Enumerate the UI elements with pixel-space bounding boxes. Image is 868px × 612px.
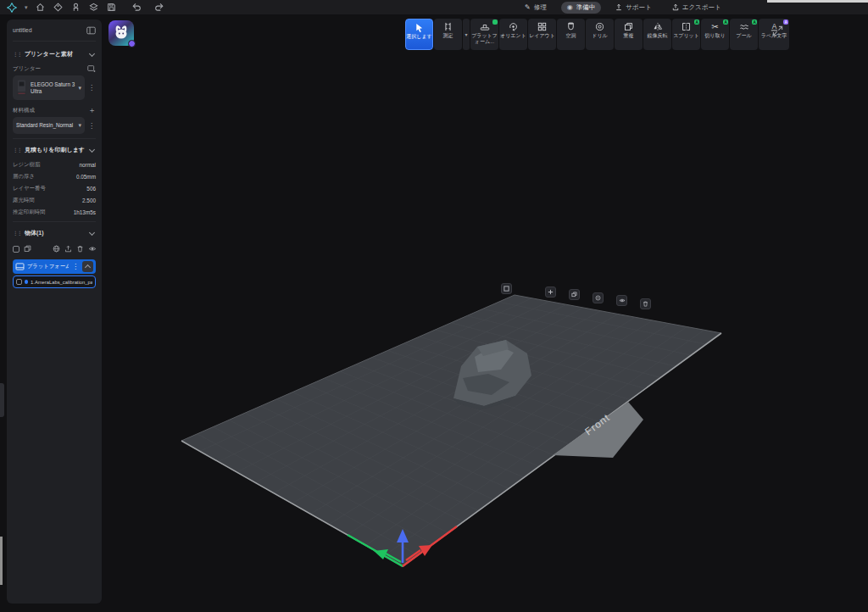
export-object-icon[interactable] [64, 245, 72, 253]
app-mascot-button[interactable] [108, 20, 134, 46]
toolbar-expand-icon[interactable] [772, 25, 784, 37]
platform-collapse-button[interactable] [82, 261, 93, 272]
sidebar-collapse-handle[interactable] [0, 383, 4, 417]
printer-select[interactable]: ELEGOO Saturn 3 Ultra ▾ [13, 75, 85, 100]
chevron-down-icon[interactable] [89, 147, 95, 153]
platform-icon [15, 263, 25, 270]
estimate-label: レイヤー番号 [13, 185, 46, 192]
platform-list-item[interactable]: プラットフォーム_1(1) ⋮ [13, 259, 96, 274]
estimate-row: 推定印刷時間1h13m5s [13, 206, 96, 218]
plate-tool-button-3[interactable] [569, 289, 580, 300]
material-select[interactable]: Standard Resin_Normal ▾ [13, 117, 85, 134]
material-menu-kebab[interactable]: ⋮ [87, 122, 96, 130]
platform-item-label: プラットフォーム_1(1) [27, 263, 69, 270]
drill-icon [595, 21, 604, 32]
tool-duplicate[interactable]: 重複 [615, 19, 643, 50]
tool-mirror[interactable]: 鏡像反転 [643, 19, 671, 50]
tool-cut-label: 切り取り [704, 33, 725, 39]
orient-icon [509, 21, 518, 32]
platform-badge [492, 19, 498, 25]
add-printer-icon[interactable] [87, 65, 96, 73]
tool-split-label: スプリット [673, 33, 699, 39]
estimate-label: レジン樹脂 [13, 161, 40, 169]
drag-grip-icon: ⋮⋮ [13, 51, 21, 57]
tool-pool-label: プール [736, 33, 751, 39]
logo-menu-caret-icon[interactable]: ▾ [25, 4, 28, 11]
tool-orient[interactable]: オリエント [499, 19, 527, 50]
tool-platform[interactable]: プラットフォーム... [470, 19, 498, 50]
model-checkbox[interactable] [16, 279, 22, 285]
tool-measure[interactable]: 測定 [434, 19, 462, 50]
estimate-label: 推定印刷時間 [13, 209, 45, 216]
material-caret-icon: ▾ [78, 122, 81, 129]
add-material-icon[interactable]: ＋ [88, 105, 96, 116]
plate-tool-button-1[interactable] [501, 283, 512, 294]
estimate-value: 0.05mm [76, 174, 96, 180]
layout-icon [537, 21, 547, 32]
undo-icon[interactable] [131, 3, 142, 13]
tool-select-label: 選択します [406, 34, 431, 40]
tab-repair[interactable]: ✎ 修理 [519, 2, 553, 14]
tool-layout[interactable]: レイアウト [528, 19, 556, 50]
section-objects[interactable]: ⋮⋮ 物体(1) [13, 224, 96, 242]
tool-hollow[interactable]: 空洞 [557, 19, 585, 50]
estimate-row: レジン樹脂normal [13, 159, 96, 170]
section-printer-material[interactable]: ⋮⋮ プリンターと素材 [13, 45, 96, 63]
plate-tool-button-4[interactable] [593, 292, 604, 303]
estimate-label: 露光時間 [13, 197, 35, 204]
tool-duplicate-label: 重複 [624, 33, 634, 39]
tool-cut[interactable]: A ✂ 切り取り [701, 19, 729, 50]
tab-export-label: エクスポート [682, 3, 721, 12]
auto-badge: A [723, 19, 728, 25]
cursor-icon [415, 22, 424, 33]
visibility-eye-icon[interactable] [88, 245, 96, 253]
plate-tool-button-2[interactable] [545, 287, 556, 298]
estimate-value: normal [79, 162, 96, 168]
tool-layout-label: レイアウト [529, 33, 555, 39]
tag-icon[interactable] [53, 3, 64, 13]
model-list-item[interactable]: 1.AmeraLabs_calibration_par... [13, 275, 96, 288]
trash-icon[interactable] [76, 245, 84, 253]
tab-repair-label: 修理 [534, 3, 547, 12]
panel-toggle-icon[interactable] [86, 26, 96, 35]
duplicate-object-icon[interactable] [24, 245, 31, 253]
tool-split[interactable]: A スプリット [672, 19, 700, 50]
save-icon[interactable] [107, 3, 117, 13]
printer-menu-kebab[interactable]: ⋮ [87, 84, 96, 92]
section-estimates[interactable]: ⋮⋮ 見積もりを印刷します [13, 141, 96, 159]
select-all-checkbox[interactable] [13, 246, 19, 253]
globe-icon[interactable] [53, 245, 60, 253]
tool-drill[interactable]: ドリル [586, 19, 614, 50]
layers-icon[interactable] [89, 3, 99, 13]
chevron-down-icon[interactable] [89, 51, 95, 57]
platform-kebab[interactable]: ⋮ [71, 263, 80, 270]
title-bar: ▾ ✎ 修理 ◉ 準備中 [0, 0, 868, 14]
tab-support[interactable]: サポート [609, 2, 658, 14]
chevron-down-icon[interactable] [89, 230, 95, 236]
glove-icon[interactable] [71, 3, 81, 13]
background-window-edge [767, 0, 868, 3]
auto-badge-purple: A [783, 19, 788, 25]
plate-tool-button-6[interactable] [640, 298, 651, 309]
pool-icon [739, 21, 749, 32]
home-icon[interactable] [36, 3, 46, 13]
app-logo-icon[interactable] [7, 3, 17, 13]
auto-badge: A [752, 19, 757, 25]
measure-dropdown-caret[interactable]: ▾ [463, 19, 470, 50]
mascot-notification-badge [128, 40, 136, 47]
tab-export[interactable]: エクスポート [666, 2, 727, 14]
estimate-row: レイヤー番号506 [13, 182, 96, 194]
tool-pool[interactable]: A プール [730, 19, 758, 50]
material-label: 材料構成 [13, 107, 35, 114]
plate-tool-button-5[interactable] [616, 295, 627, 306]
redo-icon[interactable] [154, 3, 164, 13]
printer-thumbnail [16, 80, 27, 97]
tab-prepare[interactable]: ◉ 準備中 [561, 2, 601, 14]
tab-prepare-label: 準備中 [576, 3, 596, 12]
export-icon [672, 3, 679, 11]
section-printer-material-label: プリンターと素材 [25, 50, 73, 58]
tool-select[interactable]: 選択します [405, 19, 433, 50]
tool-drill-label: ドリル [592, 33, 607, 39]
cut-scissors-icon: ✂ [711, 21, 718, 32]
viewport-canvas[interactable]: Front [102, 14, 868, 612]
